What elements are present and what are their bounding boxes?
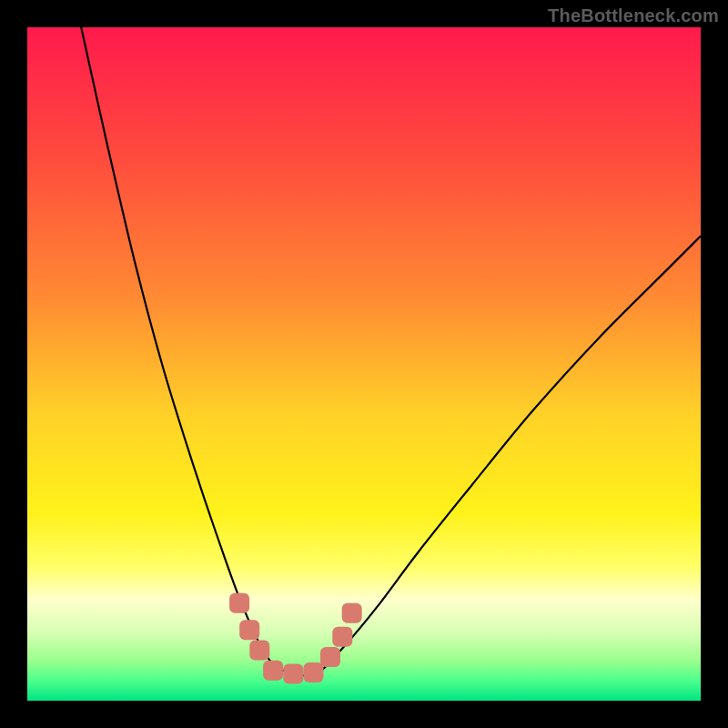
trough-marker [304,662,324,682]
trough-marker [283,663,303,683]
watermark-text: TheBottleneck.com [548,5,719,26]
trough-marker [320,647,340,667]
trough-marker [249,641,269,661]
trough-marker [229,593,249,613]
chart-frame: TheBottleneck.com [0,0,728,728]
trough-marker [239,620,259,640]
chart-background [27,27,701,701]
trough-marker [332,627,352,647]
chart-plot [27,27,701,701]
trough-marker [263,661,283,681]
trough-marker [342,603,362,623]
